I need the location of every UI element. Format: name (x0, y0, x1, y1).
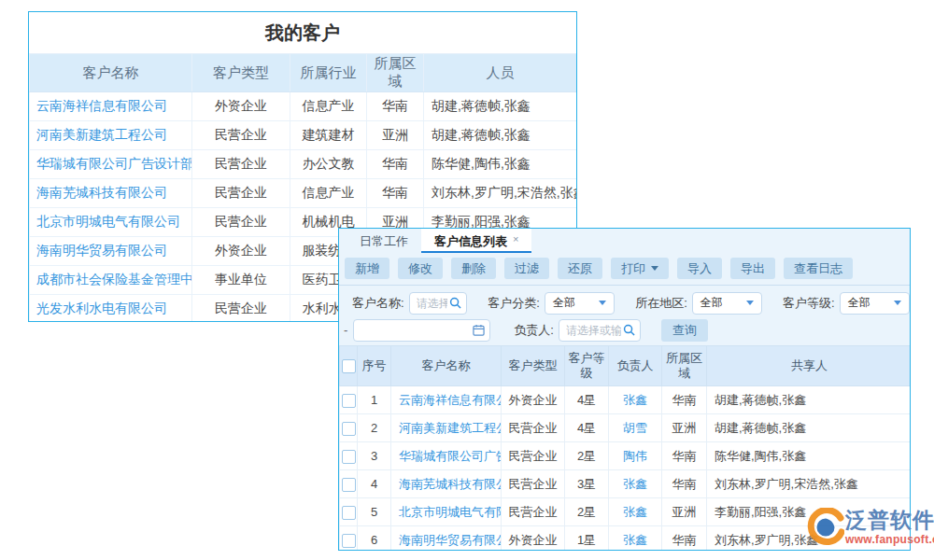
district-label: 所在地区: (635, 295, 687, 312)
chevron-down-icon[interactable] (894, 301, 901, 305)
restore-button[interactable]: 还原 (558, 258, 602, 279)
button-label: 新增 (355, 258, 379, 279)
cell-type: 民营企业 (192, 179, 290, 208)
query-button[interactable]: 查询 (661, 319, 708, 342)
owner-link[interactable]: 张鑫 (609, 386, 662, 414)
owner-link[interactable]: 张鑫 (609, 526, 662, 552)
export-button[interactable]: 导出 (730, 258, 775, 279)
customer-type-label: 客户分类: (488, 295, 540, 312)
fanpu-logo-icon (807, 508, 844, 547)
cell-region: 华南 (367, 92, 424, 121)
checkbox-cell (340, 386, 358, 414)
row-checkbox[interactable] (342, 506, 356, 520)
cell-region: 亚洲 (367, 121, 424, 150)
checkbox-cell (340, 414, 358, 442)
filter-button[interactable]: 过滤 (504, 258, 549, 279)
cell-type: 民营企业 (192, 295, 290, 323)
owner-link[interactable]: 张鑫 (609, 470, 662, 498)
chevron-down-icon[interactable] (599, 301, 606, 305)
button-label: 打印 (621, 258, 645, 279)
search-icon[interactable] (449, 297, 461, 309)
modify-button[interactable]: 修改 (398, 258, 443, 279)
cell-region: 华南 (367, 179, 424, 208)
column-header: 客户类型 (192, 54, 290, 92)
customer-name-link[interactable]: 云南海祥信息有限公司 (30, 92, 192, 121)
cell-no: 6 (358, 526, 391, 552)
select-all-checkbox[interactable] (342, 359, 356, 373)
customer-name-link[interactable]: 海南明华贸易有限公司 (391, 526, 502, 552)
table-header-row: 客户名称客户类型所属行业所属区域人员 (30, 54, 577, 92)
chevron-down-icon[interactable] (651, 266, 658, 271)
filter-panel: 客户名称: 客户分类: 全部 所在地区: 全部 客户等级: 全部 (339, 286, 910, 345)
row-checkbox[interactable] (342, 450, 356, 464)
cell-industry: 办公文教 (290, 150, 367, 179)
customer-name-link[interactable]: 河南美新建筑工程公司 (30, 121, 192, 150)
tab-daily-work[interactable]: 日常工作 (347, 229, 421, 253)
owner-link[interactable]: 胡雪 (609, 414, 662, 442)
row-checkbox[interactable] (342, 534, 356, 548)
cell-type: 民营企业 (502, 414, 565, 442)
customer-name-link[interactable]: 成都市社会保险基金管理中心 (30, 266, 192, 295)
customer-name-link[interactable]: 光发水利水电有限公司 (30, 295, 192, 323)
customer-name-link[interactable]: 海南芜城科技有限公司 (30, 179, 192, 208)
cell-type: 民营企业 (192, 208, 290, 237)
customer-name-link[interactable]: 海南芜城科技有限公司 (391, 470, 502, 498)
customer-type-value: 全部 (553, 295, 575, 311)
customer-name-link[interactable]: 海南明华贸易有限公司 (30, 237, 192, 266)
customer-name-link[interactable]: 北京市明城电气有限公司 (391, 498, 502, 526)
customer-name-link[interactable]: 华瑞城有限公司广告设... (391, 442, 502, 470)
cell-no: 3 (358, 442, 391, 470)
print-button[interactable]: 打印 (611, 258, 669, 279)
close-icon[interactable]: × (513, 233, 518, 245)
cell-region: 华南 (662, 526, 707, 552)
delete-button[interactable]: 删除 (451, 258, 496, 279)
import-button[interactable]: 导入 (677, 258, 722, 279)
calendar-icon[interactable] (473, 324, 485, 336)
customer-name-input[interactable] (409, 292, 468, 315)
cell-type: 民营企业 (502, 442, 565, 470)
owner-link[interactable]: 陶伟 (609, 442, 662, 470)
brand-url: www.fanpusoft.com (845, 533, 934, 546)
cell-people: 胡建,蒋德帧,张鑫 (424, 121, 577, 150)
row-checkbox[interactable] (342, 394, 356, 408)
customer-name-link[interactable]: 华瑞城有限公司广告设计部 (30, 150, 192, 179)
customer-type-select[interactable]: 全部 (545, 292, 615, 315)
view-log-button[interactable]: 查看日志 (784, 258, 853, 279)
cell-type: 外资企业 (502, 526, 565, 552)
tab-customer-info-list[interactable]: 客户信息列表× (421, 229, 531, 253)
cell-grade: 1星 (565, 526, 609, 552)
cell-region: 华南 (367, 150, 424, 179)
date-field[interactable] (359, 323, 473, 338)
chevron-down-icon[interactable] (746, 301, 754, 305)
row-checkbox[interactable] (342, 478, 356, 492)
column-header: 客户类型 (502, 346, 565, 386)
table-header-row: 序号客户名称客户类型客户等级负责人所属区域共享人 (340, 346, 912, 386)
brand-watermark: 泛普软件 www.fanpusoft.com (807, 508, 934, 547)
add-button[interactable]: 新增 (345, 258, 389, 279)
date-input[interactable] (353, 319, 490, 342)
customer-name-link[interactable]: 云南海祥信息有限公司 (391, 386, 502, 414)
customer-name-link[interactable]: 河南美新建筑工程公司 (391, 414, 502, 442)
grade-select[interactable]: 全部 (840, 292, 910, 315)
checkbox-cell (340, 470, 358, 498)
cell-grade: 4星 (565, 414, 609, 442)
checkbox-cell (340, 498, 358, 526)
cell-share: 胡建,蒋德帧,张鑫 (707, 386, 912, 414)
owner-input[interactable] (559, 319, 641, 342)
owner-link[interactable]: 张鑫 (609, 498, 662, 526)
owner-field[interactable] (564, 323, 623, 338)
grade-value: 全部 (848, 295, 870, 311)
table-row: 2河南美新建筑工程公司民营企业4星胡雪亚洲胡建,蒋德帧,张鑫 (340, 414, 912, 442)
button-label: 查看日志 (794, 258, 842, 279)
customer-name-field[interactable] (415, 296, 450, 311)
cell-share: 陈华健,陶伟,张鑫 (707, 442, 912, 470)
tab-label: 客户信息列表 (434, 234, 507, 248)
cell-share: 刘东林,罗广明,宋浩然,张鑫 (707, 470, 912, 498)
customer-name-link[interactable]: 北京市明城电气有限公司 (30, 208, 192, 237)
search-icon[interactable] (623, 324, 635, 336)
district-select[interactable]: 全部 (692, 292, 762, 315)
toolbar: 新增修改删除过滤还原打印导入导出查看日志 (339, 253, 910, 286)
cell-region: 华南 (662, 386, 707, 414)
cell-no: 2 (358, 414, 391, 442)
row-checkbox[interactable] (342, 422, 356, 436)
